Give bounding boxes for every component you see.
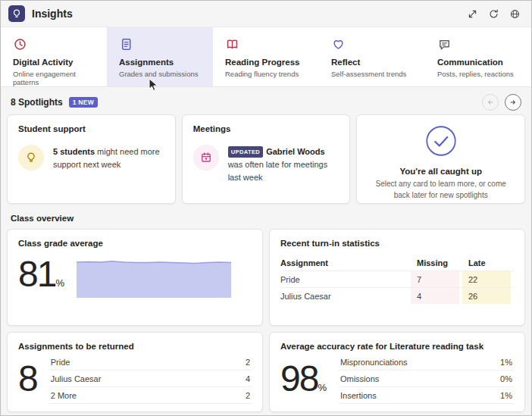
item-name: Insertions — [340, 391, 377, 400]
turn-in-statistics-card[interactable]: Recent turn-in statistics Assignment Mis… — [269, 229, 525, 326]
list-item: Omissions 0% — [339, 371, 514, 387]
refresh-icon — [488, 8, 499, 20]
grade-average-card[interactable]: Class grade average 81% — [7, 229, 263, 326]
assignments-notebook-icon — [119, 37, 207, 52]
main-content: 8 Spotlights 1 NEW Student support 5 — [1, 87, 531, 412]
grade-trend-fill — [77, 261, 231, 298]
spotlight-text: UPDATEDGabriel Woods was often late for … — [228, 145, 340, 183]
tab-sublabel: Self-assessment trends — [331, 70, 419, 78]
insights-window: Insights Digital Activity Online engagem… — [0, 0, 532, 416]
arrow-right-icon — [509, 98, 518, 107]
spotlight-cards-row: Student support 5 students might need mo… — [7, 114, 525, 204]
expand-icon — [467, 8, 478, 20]
spotlights-count: 8 Spotlights — [11, 97, 63, 108]
tab-communication[interactable]: Communication Posts, replies, reactions — [425, 27, 531, 86]
col-assignment: Assignment — [280, 255, 411, 271]
late-value: 26 — [462, 288, 511, 304]
spotlight-highlight: 5 students — [53, 147, 95, 156]
table-row: Julius Caesar 4 26 — [280, 287, 514, 304]
globe-icon — [509, 8, 521, 20]
grade-average-value: 81% — [18, 251, 64, 298]
new-badge: 1 NEW — [69, 97, 98, 108]
chat-bubble-icon — [437, 37, 525, 52]
missing-value: 4 — [411, 288, 459, 304]
assignment-name: Pride — [280, 271, 411, 287]
tab-sublabel: Posts, replies, reactions — [437, 70, 525, 78]
item-name: Omissions — [340, 374, 379, 383]
class-overview-grid: Class grade average 81% Recent turn-in s… — [7, 229, 525, 412]
card-title: Student support — [18, 124, 164, 133]
missing-value: 7 — [411, 271, 459, 287]
lightbulb-icon — [18, 145, 44, 170]
table-header-row: Assignment Missing Late — [280, 255, 514, 271]
arrow-left-icon — [486, 98, 495, 107]
tab-reflect[interactable]: Reflect Self-assessment trends — [319, 27, 425, 86]
list-item-more[interactable]: 2 More 2 — [49, 387, 252, 404]
item-count: 4 — [246, 374, 250, 383]
meeting-calendar-icon — [193, 145, 219, 170]
item-count: 2 — [246, 358, 250, 367]
spotlight-card-caught-up[interactable]: You're all caught up Select any card to … — [356, 114, 525, 204]
clock-icon — [13, 37, 101, 52]
globe-button[interactable] — [505, 5, 524, 23]
to-return-count: 8 — [18, 355, 37, 402]
spotlights-next-button[interactable] — [505, 94, 521, 111]
late-value: 22 — [462, 271, 511, 287]
col-late: Late — [462, 255, 511, 271]
spotlights-prev-button[interactable] — [482, 94, 499, 111]
tab-sublabel: Grades and submissions — [119, 70, 207, 78]
item-name: Mispronunciations — [340, 358, 408, 367]
list-item: Julius Caesar 4 — [49, 371, 252, 387]
spotlight-card-student-support[interactable]: Student support 5 students might need mo… — [7, 114, 176, 204]
card-title: Class grade average — [18, 239, 252, 248]
list-item: Mispronunciations 1% — [339, 354, 514, 371]
header-actions — [463, 5, 524, 23]
table-row: Pride 7 22 — [280, 271, 514, 287]
accuracy-rate-card[interactable]: Average accuracy rate for Literature rea… — [269, 332, 525, 412]
insights-app-icon — [8, 5, 25, 22]
heart-icon — [331, 37, 419, 52]
item-name: Pride — [51, 358, 70, 367]
item-count: 2 — [246, 391, 250, 400]
spotlight-rest: was often late for meetings last week — [228, 160, 327, 182]
accuracy-value: 98% — [280, 355, 327, 402]
item-value: 0% — [500, 374, 512, 383]
class-overview-heading: Class overview — [11, 214, 521, 223]
list-item: Insertions 1% — [339, 387, 514, 404]
caught-up-subtitle: Select any card to learn more, or come b… — [368, 179, 514, 201]
check-circle-icon — [425, 125, 457, 160]
spotlight-text: 5 students might need more support next … — [53, 145, 164, 170]
expand-button[interactable] — [463, 5, 481, 23]
assignments-to-return-card[interactable]: Assignments to be returned 8 Pride 2 Jul… — [7, 332, 263, 412]
tab-label: Assignments — [119, 58, 207, 67]
col-missing: Missing — [411, 255, 459, 271]
spotlights-pagination — [482, 94, 521, 111]
card-title: Recent turn-in statistics — [280, 239, 514, 248]
spotlight-highlight: Gabriel Woods — [266, 147, 324, 156]
grade-trend-chart — [77, 255, 231, 298]
spotlight-card-meetings[interactable]: Meetings UPDATEDGabriel Woods was often … — [182, 114, 351, 204]
tab-label: Reading Progress — [225, 58, 313, 67]
item-value: 1% — [500, 358, 512, 367]
tab-assignments[interactable]: Assignments Grades and submissions — [107, 27, 213, 86]
item-value: 1% — [500, 391, 512, 400]
tab-label: Reflect — [331, 58, 419, 67]
card-title: Meetings — [193, 124, 340, 133]
tab-sublabel: Reading fluency trends — [225, 70, 313, 78]
insights-tabstrip: Digital Activity Online engagement patte… — [1, 27, 531, 87]
page-title: Insights — [32, 8, 73, 20]
accuracy-list: Mispronunciations 1% Omissions 0% Insert… — [339, 354, 514, 404]
tab-reading-progress[interactable]: Reading Progress Reading fluency trends — [213, 27, 319, 86]
tab-label: Digital Activity — [13, 58, 101, 67]
tab-label: Communication — [437, 58, 525, 67]
tab-sublabel: Online engagement patterns — [13, 70, 101, 86]
refresh-button[interactable] — [484, 5, 502, 23]
card-title: You're all caught up — [399, 167, 482, 176]
to-return-list: Pride 2 Julius Caesar 4 2 More 2 — [49, 354, 252, 404]
list-item: Pride 2 — [49, 354, 252, 371]
open-book-icon — [225, 37, 313, 52]
tab-digital-activity[interactable]: Digital Activity Online engagement patte… — [1, 27, 107, 86]
turn-in-table: Assignment Missing Late Pride 7 22 Juliu… — [280, 255, 514, 304]
item-name: Julius Caesar — [51, 374, 102, 383]
app-identity: Insights — [8, 5, 73, 22]
